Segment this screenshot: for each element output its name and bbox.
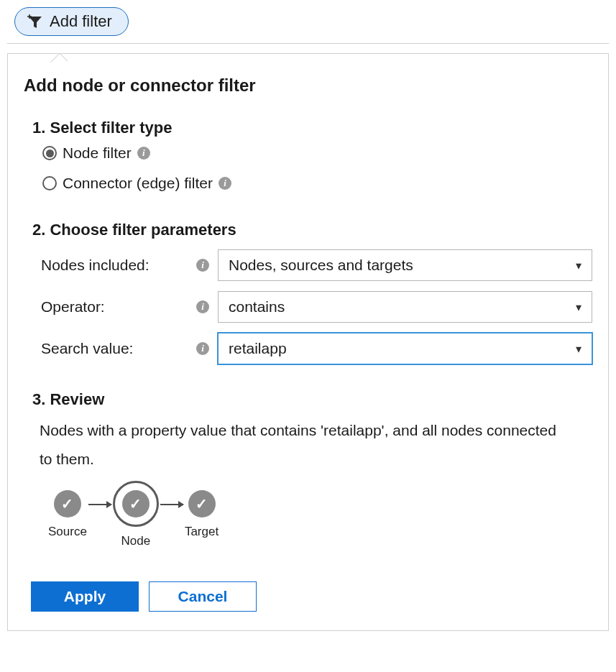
row-operator: Operator: i contains ▾ <box>41 291 592 323</box>
row-search-value: Search value: i retailapp ▾ <box>41 333 592 364</box>
diagram-node: ✓ Node <box>113 481 159 548</box>
arrow-right-icon <box>160 504 183 505</box>
radio-label: Connector (edge) filter <box>63 175 213 192</box>
diagram-label: Target <box>185 525 219 539</box>
check-circle-icon: ✓ <box>188 490 216 517</box>
diagram-target: ✓ Target <box>185 490 219 539</box>
button-row: Apply Cancel <box>31 581 592 612</box>
section3-title: 3. Review <box>32 390 592 409</box>
arrow-right-icon <box>88 504 111 505</box>
combo-search-value[interactable]: retailapp ▾ <box>218 333 592 364</box>
section1-title: 1. Select filter type <box>32 119 592 137</box>
chevron-down-icon: ▾ <box>576 300 581 314</box>
combo-nodes-included[interactable]: Nodes, sources and targets ▾ <box>218 249 592 281</box>
combo-value: Nodes, sources and targets <box>229 257 413 274</box>
combo-value: retailapp <box>229 340 287 357</box>
chevron-down-icon: ▾ <box>576 259 581 272</box>
radio-connector-filter[interactable]: Connector (edge) filter i <box>42 175 592 192</box>
panel-title: Add node or connector filter <box>24 75 592 96</box>
diagram-label: Node <box>121 534 151 548</box>
info-icon[interactable]: i <box>196 300 209 313</box>
info-icon[interactable]: i <box>137 147 150 160</box>
label-search-value: Search value: <box>41 340 196 357</box>
info-icon[interactable]: i <box>196 342 209 355</box>
section2-title: 2. Choose filter parameters <box>32 221 592 239</box>
add-filter-pill[interactable]: Add filter <box>14 7 129 36</box>
add-filter-label: Add filter <box>50 12 112 31</box>
info-icon[interactable]: i <box>196 259 209 272</box>
info-icon[interactable]: i <box>219 177 231 190</box>
cancel-button[interactable]: Cancel <box>149 581 257 612</box>
combo-operator[interactable]: contains ▾ <box>218 291 592 323</box>
apply-button[interactable]: Apply <box>31 581 139 612</box>
row-nodes-included: Nodes included: i Nodes, sources and tar… <box>41 249 592 281</box>
callout-pointer <box>50 52 68 63</box>
review-diagram: ✓ Source ✓ Node ✓ Target <box>48 481 592 548</box>
filter-panel: Add node or connector filter 1. Select f… <box>7 53 609 631</box>
radio-node-filter[interactable]: Node filter i <box>42 144 592 162</box>
funnel-plus-icon <box>27 14 44 29</box>
combo-value: contains <box>229 298 285 316</box>
review-text: Nodes with a property value that contain… <box>40 416 557 474</box>
radio-icon <box>42 176 57 190</box>
check-circle-highlighted-icon: ✓ <box>113 481 159 527</box>
radio-icon <box>42 146 57 160</box>
diagram-source: ✓ Source <box>48 490 87 539</box>
check-circle-icon: ✓ <box>54 490 81 517</box>
chevron-down-icon: ▾ <box>576 342 581 356</box>
radio-label: Node filter <box>63 144 132 162</box>
label-operator: Operator: <box>41 298 196 316</box>
label-nodes-included: Nodes included: <box>41 257 196 274</box>
diagram-label: Source <box>48 525 87 539</box>
divider <box>7 43 609 44</box>
